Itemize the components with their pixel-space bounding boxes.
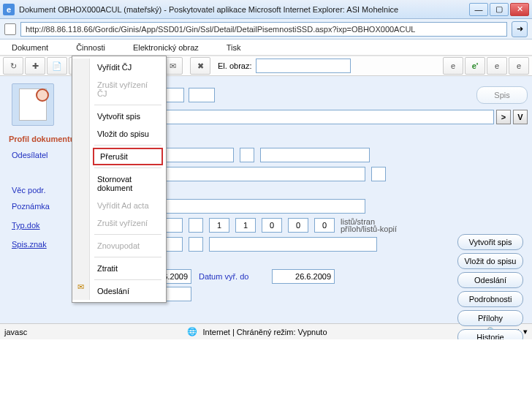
listu-line2: příloh/listů-kopií — [341, 225, 397, 233]
num5[interactable] — [314, 218, 335, 233]
statusbar: javasc 🌐 Internet | Chráněný režim: Vypn… — [0, 323, 532, 339]
status-left: javasc — [4, 328, 27, 336]
address-bar: ➜ — [0, 19, 532, 39]
num4[interactable] — [288, 218, 308, 233]
dd-odeslani[interactable]: Odeslání — [90, 282, 166, 300]
typdok-sq[interactable] — [189, 218, 203, 233]
tb-refresh-icon[interactable]: ↻ — [3, 57, 23, 75]
tb-new-icon[interactable]: ✚ — [25, 57, 45, 75]
document-icon — [12, 83, 54, 126]
go-button[interactable]: ➜ — [512, 21, 528, 37]
num3[interactable] — [262, 218, 282, 233]
btn-historie[interactable]: Historie — [457, 329, 523, 339]
dd-vyridit-cj[interactable]: Vyřídit ČJ — [90, 59, 166, 76]
tb-delete-icon[interactable]: ✖ — [190, 57, 210, 75]
maximize-button[interactable]: ▢ — [490, 3, 509, 16]
dd-zrusit-vyrizeni: Zrušit vyřízení — [90, 214, 166, 232]
spis-button[interactable]: Spis — [476, 86, 528, 104]
spisznak-sq[interactable] — [189, 237, 203, 252]
vec-sq[interactable] — [371, 167, 386, 181]
dd-stornovat[interactable]: Stornovat dokument — [90, 170, 166, 197]
url-input[interactable] — [20, 22, 507, 37]
menu-cinnosti[interactable]: Činnosti — [73, 41, 108, 54]
tb-e3-icon[interactable]: e — [487, 57, 507, 75]
spisznak-label[interactable]: Spis.znak — [4, 240, 67, 249]
num2[interactable] — [235, 218, 256, 233]
v-button[interactable]: V — [513, 110, 528, 124]
tb-e4-icon[interactable]: e — [509, 57, 529, 75]
menubar: Dokument Činnosti Elektronický obraz Tis… — [0, 39, 532, 56]
odesilatel-label: Odesílatel — [4, 151, 67, 159]
btn-podrobnosti[interactable]: Podrobnosti — [457, 291, 523, 307]
tb-open-icon[interactable]: 📄 — [47, 57, 67, 75]
datum-vyr-label: Datum vyř. do — [199, 272, 265, 281]
dd-znovupodat: Znovupodat — [90, 237, 166, 255]
status-center: Internet | Chráněný režim: Vypnuto — [203, 328, 327, 336]
el-obraz-field[interactable] — [256, 59, 351, 73]
odesilatel-field2[interactable] — [260, 148, 370, 162]
typdok-label[interactable]: Typ.dok — [4, 221, 67, 230]
status-globe-icon: 🌐 — [187, 327, 197, 336]
dd-vytvorit-spis[interactable]: Vytvořit spis — [90, 108, 166, 125]
btn-vlozit-do-spisu[interactable]: Vložit do spisu — [457, 253, 523, 269]
dd-zrusit-vyrizeni-cj: Zrušit vyřízení ČJ — [90, 76, 166, 102]
tb-e2-icon[interactable]: e' — [465, 57, 485, 75]
titlebar: e Dokument OBHOX000ACUL (mateřský) - Pos… — [0, 0, 532, 19]
spisznak-field2[interactable] — [209, 237, 377, 252]
cj-after-field[interactable] — [189, 88, 215, 102]
close-button[interactable]: ✕ — [510, 3, 529, 16]
window-title: Dokument OBHOX000ACUL (mateřský) - Posky… — [19, 5, 469, 14]
num1[interactable] — [209, 218, 229, 233]
vec-podr-label: Věc podr. — [4, 186, 67, 195]
dd-vyridit-ad-acta: Vyřídit Ad acta — [90, 197, 166, 214]
side-buttons: Vytvořit spis Vložit do spisu Odeslání P… — [457, 234, 523, 339]
btn-vytvorit-spis[interactable]: Vytvořit spis — [457, 234, 523, 250]
tb-e1-icon[interactable]: e — [443, 57, 463, 75]
dd-ztratit[interactable]: Ztratit — [90, 260, 166, 277]
ie-icon: e — [3, 4, 15, 15]
odeslani-icon: ✉ — [72, 278, 89, 296]
menu-tisk[interactable]: Tisk — [224, 41, 244, 54]
zoom-dropdown-icon[interactable]: ▾ — [523, 327, 528, 336]
datum-vyr-field[interactable] — [272, 269, 335, 284]
odesilatel-sq1[interactable] — [240, 148, 254, 162]
minimize-button[interactable]: — — [469, 3, 488, 16]
cinnosti-dropdown: ✉ Vyřídit ČJ Zrušit vyřízení ČJ Vytvořit… — [72, 56, 167, 303]
menu-dokument[interactable]: Dokument — [9, 41, 51, 54]
dd-vlozit-do-spisu[interactable]: Vložit do spisu — [90, 125, 166, 143]
el-obraz-label: El. obraz: — [218, 61, 251, 70]
btn-odeslani[interactable]: Odeslání — [457, 272, 523, 288]
menu-elektronicky[interactable]: Elektronický obraz — [130, 41, 202, 54]
dd-prerusit[interactable]: Přerušit — [93, 148, 163, 165]
page-icon — [4, 23, 16, 35]
gt-button[interactable]: > — [496, 110, 511, 124]
poznamka-label: Poznámka — [4, 202, 67, 211]
btn-prilohy[interactable]: Přílohy — [457, 310, 523, 326]
